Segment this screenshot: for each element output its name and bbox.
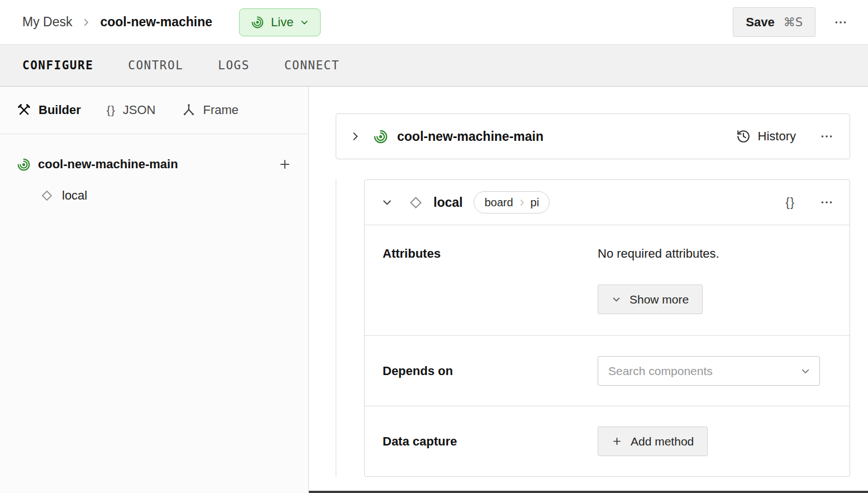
attributes-label: Attributes (383, 246, 598, 314)
save-button[interactable]: Save ⌘S (733, 7, 815, 37)
configure-sidebar: Builder {} JSON Frame (0, 87, 309, 493)
breadcrumb: My Desk cool-new-machine (22, 15, 212, 30)
attributes-section: Attributes No required attributes. Show … (365, 225, 850, 335)
view-mode-switcher: Builder {} JSON Frame (0, 87, 308, 134)
mode-json[interactable]: {} JSON (107, 103, 156, 117)
bottom-divider (309, 491, 868, 493)
mode-builder[interactable]: Builder (17, 103, 81, 117)
collapse-chevron-right-icon[interactable] (350, 131, 361, 142)
tree-item-local[interactable]: local (0, 180, 308, 211)
mode-builder-label: Builder (39, 103, 81, 117)
mode-json-label: JSON (123, 103, 156, 117)
history-clock-icon (736, 129, 751, 144)
component-card-local: local board pi {} (364, 179, 850, 477)
component-type-pill: board pi (474, 191, 550, 214)
app-header: My Desk cool-new-machine Live Save ⌘S (0, 0, 868, 45)
save-shortcut: ⌘S (784, 16, 803, 29)
tree-machine-label: cool-new-machine-main (38, 157, 178, 172)
chevron-down-icon (800, 366, 810, 376)
live-signal-icon (251, 16, 264, 29)
tab-logs[interactable]: LOGS (218, 59, 250, 72)
header-more-menu-icon[interactable] (833, 15, 848, 30)
chevron-down-icon (612, 295, 621, 304)
machine-tree: cool-new-machine-main local (0, 134, 308, 211)
plus-icon (612, 436, 622, 447)
breadcrumb-current: cool-new-machine (100, 15, 212, 30)
save-button-label: Save (746, 15, 774, 30)
history-button-label: History (758, 129, 796, 144)
machine-card-title: cool-new-machine-main (397, 129, 543, 144)
show-more-label: Show more (629, 293, 689, 306)
frame-axes-icon (182, 103, 196, 117)
machine-signal-icon (373, 129, 388, 144)
chevron-right-icon (81, 17, 91, 27)
component-card-header: local board pi {} (365, 180, 850, 225)
machine-card: cool-new-machine-main History (336, 113, 850, 159)
attributes-empty-text: No required attributes. (598, 246, 719, 261)
component-card-more-icon[interactable] (819, 195, 834, 210)
depends-on-select[interactable]: Search components (598, 356, 820, 386)
data-capture-label: Data capture (383, 434, 598, 449)
history-button[interactable]: History (736, 129, 796, 144)
braces-icon: {} (107, 103, 116, 117)
tab-configure[interactable]: CONFIGURE (22, 59, 93, 72)
add-method-button[interactable]: Add method (598, 426, 708, 456)
tree-local-label: local (62, 188, 87, 203)
tree-item-machine[interactable]: cool-new-machine-main (0, 149, 308, 180)
tools-icon (17, 103, 31, 117)
configure-main: cool-new-machine-main History (309, 87, 868, 493)
machine-card-more-icon[interactable] (819, 129, 834, 144)
mode-frame-label: Frame (203, 103, 239, 117)
depends-on-section: Depends on Search components (365, 335, 850, 406)
add-component-icon[interactable] (278, 158, 292, 171)
component-card-title: local (433, 195, 462, 210)
component-diamond-icon (408, 195, 423, 210)
depends-on-placeholder: Search components (608, 364, 713, 378)
tab-control[interactable]: CONTROL (128, 59, 183, 72)
show-more-button[interactable]: Show more (598, 285, 703, 314)
tab-connect[interactable]: CONNECT (284, 59, 340, 72)
depends-on-label: Depends on (383, 364, 598, 378)
nested-components-wrap: local board pi {} (336, 179, 850, 477)
component-json-toggle[interactable]: {} (785, 195, 795, 210)
live-badge-label: Live (271, 15, 293, 30)
chevron-right-icon (518, 198, 526, 207)
machine-tab-bar: CONFIGURE CONTROL LOGS CONNECT (0, 45, 868, 87)
live-status-dropdown[interactable]: Live (239, 8, 321, 36)
collapse-chevron-down-icon[interactable] (381, 197, 393, 208)
content: Builder {} JSON Frame (0, 87, 868, 493)
mode-frame[interactable]: Frame (182, 103, 239, 117)
component-model: pi (531, 196, 540, 209)
chevron-down-icon (300, 18, 309, 27)
add-method-label: Add method (631, 435, 694, 448)
breadcrumb-parent[interactable]: My Desk (22, 15, 72, 30)
data-capture-section: Data capture Add method (365, 406, 850, 476)
component-type: board (484, 196, 513, 209)
machine-signal-icon (17, 158, 31, 172)
component-diamond-icon (40, 189, 54, 202)
